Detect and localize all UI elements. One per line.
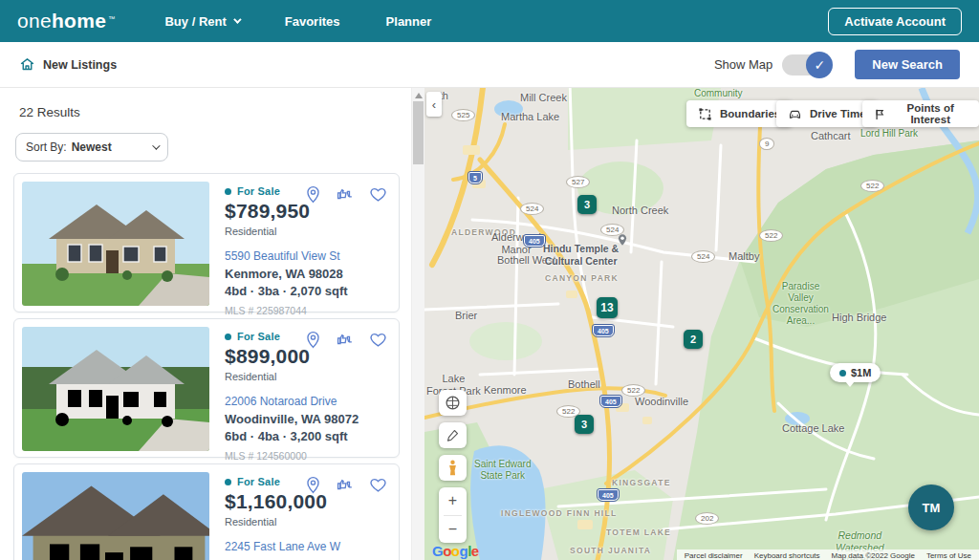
- interstate-shield: 405: [600, 396, 621, 407]
- map-label: INGLEWOOD FINN HILL: [501, 508, 618, 518]
- toggle-knob[interactable]: ✓: [806, 52, 833, 78]
- listing-details: For Sale $1,160,000 Residential 2245 Fas…: [225, 472, 391, 560]
- google-logo[interactable]: Google: [432, 543, 479, 559]
- parcel-disclaimer-link[interactable]: Parcel disclaimer: [685, 551, 743, 560]
- nav-buy-rent-label: Buy / Rent: [164, 14, 226, 29]
- activate-account-button[interactable]: Activate Account: [828, 8, 962, 35]
- map-layers-button[interactable]: [439, 390, 467, 416]
- zoom-out-button[interactable]: −: [439, 516, 467, 544]
- poi-pin-icon: [616, 233, 629, 247]
- check-icon: ✓: [814, 57, 825, 73]
- listing-card[interactable]: For Sale $789,950 Residential 5590 Beaut…: [13, 173, 400, 312]
- content-area: 22 Results Sort By: Newest: [0, 88, 979, 560]
- listing-photo[interactable]: [22, 472, 209, 560]
- pencil-icon: [446, 428, 460, 442]
- google-letter: e: [471, 543, 479, 559]
- map-view[interactable]: orth od Mill Creek Community Martha Lake…: [424, 88, 979, 560]
- listing-details: For Sale $789,950 Residential 5590 Beaut…: [225, 182, 391, 304]
- boundaries-label: Boundaries: [720, 108, 780, 119]
- results-panel: 22 Results Sort By: Newest: [0, 88, 411, 560]
- breadcrumb-label: New Listings: [43, 58, 117, 72]
- zoom-controls: + −: [439, 487, 467, 543]
- onehome-logo[interactable]: onehome™: [17, 10, 115, 32]
- show-map-toggle[interactable]: ✓: [782, 54, 830, 75]
- scroll-up-arrow[interactable]: [415, 93, 423, 98]
- nav-buy-rent[interactable]: Buy / Rent: [164, 14, 238, 29]
- listing-mls: MLS # 124560000: [225, 450, 391, 462]
- sort-value: Newest: [72, 140, 112, 154]
- map-pin-icon[interactable]: [304, 185, 322, 204]
- listing-card[interactable]: For Sale $1,160,000 Residential 2245 Fas…: [13, 463, 400, 560]
- map-cluster-marker[interactable]: 3: [577, 195, 597, 214]
- heart-icon[interactable]: [369, 331, 387, 349]
- listing-details: For Sale $899,000 Residential 22006 Nota…: [225, 327, 391, 449]
- map-pin-icon[interactable]: [304, 331, 322, 349]
- interstate-shield: 5: [468, 172, 482, 183]
- interstate-shield: 405: [593, 325, 614, 336]
- map-label: High Bridge: [832, 312, 886, 324]
- listing-address-link[interactable]: 5590 Beautiful View St: [225, 249, 391, 263]
- listing-address-link[interactable]: 22006 Notaroad Drive: [225, 395, 391, 408]
- zoom-in-button[interactable]: +: [439, 487, 467, 515]
- map-cluster-marker[interactable]: 3: [575, 415, 594, 434]
- map-data-credit: Map data ©2022 Google: [832, 551, 915, 560]
- map-label: KINGSGATE: [612, 478, 671, 487]
- collapse-panel-button[interactable]: ‹: [426, 92, 442, 117]
- thumbs-rate-icon[interactable]: [337, 331, 355, 349]
- nav-planner[interactable]: Planner: [386, 14, 432, 29]
- status-badge: For Sale: [237, 476, 280, 487]
- interstate-shield: 405: [598, 489, 619, 501]
- map-base: [424, 88, 979, 560]
- property-type: Residential: [225, 516, 391, 536]
- breadcrumb[interactable]: New Listings: [19, 56, 117, 73]
- map-label: Saint Edward State Park: [474, 459, 531, 482]
- nav-favorites[interactable]: Favorites: [285, 14, 340, 29]
- map-cluster-marker[interactable]: 13: [597, 297, 618, 318]
- listing-city: Kenmore, WA 98028: [225, 267, 391, 281]
- listing-address-link[interactable]: 2245 Fast Lane Ave W: [225, 540, 391, 553]
- logo-trademark: ™: [108, 15, 115, 22]
- points-of-interest-button[interactable]: Points of Interest: [862, 100, 979, 127]
- draw-button[interactable]: [439, 422, 467, 448]
- status-badge: For Sale: [237, 331, 280, 342]
- points-of-interest-label: Points of Interest: [893, 102, 968, 125]
- map-attribution: Parcel disclaimer Keyboard shortcuts Map…: [677, 549, 979, 560]
- map-cluster-marker[interactable]: 2: [684, 330, 703, 349]
- drive-time-label: Drive Time: [810, 108, 866, 119]
- boundaries-icon: [698, 107, 712, 121]
- keyboard-shortcuts-link[interactable]: Keyboard shortcuts: [754, 551, 820, 560]
- heart-icon[interactable]: [369, 476, 387, 494]
- sort-dropdown[interactable]: Sort By: Newest: [15, 133, 168, 162]
- user-avatar[interactable]: TM: [908, 485, 954, 530]
- heart-icon[interactable]: [369, 185, 387, 204]
- listing-mls: MLS # 225987044: [225, 305, 391, 316]
- scrollbar-thumb[interactable]: [413, 101, 424, 164]
- map-label: Cathcart: [811, 130, 851, 142]
- map-label: Martha Lake: [501, 111, 559, 123]
- sort-label: Sort By:: [26, 140, 67, 154]
- google-letter: o: [443, 543, 451, 559]
- google-letter: G: [432, 543, 443, 559]
- card-actions: [304, 331, 387, 349]
- property-type: Residential: [225, 371, 391, 391]
- logo-home: home: [52, 10, 106, 32]
- new-search-button[interactable]: New Search: [855, 50, 960, 79]
- thumbs-rate-icon[interactable]: [337, 476, 355, 494]
- status-dot: [225, 479, 231, 485]
- card-actions: [304, 476, 387, 494]
- listing-photo[interactable]: [22, 327, 209, 451]
- thumbs-rate-icon[interactable]: [337, 185, 355, 204]
- listing-card[interactable]: For Sale $899,000 Residential 22006 Nota…: [13, 318, 400, 458]
- price-pin[interactable]: $1M: [830, 363, 881, 382]
- map-label: TOTEM LAKE: [606, 528, 671, 537]
- map-pin-icon[interactable]: [304, 476, 322, 494]
- results-scrollbar[interactable]: [411, 88, 424, 560]
- map-label: Cottage Lake: [782, 422, 844, 435]
- map-label: Lord Hill Park: [860, 128, 918, 140]
- main-nav: Buy / Rent Favorites Planner: [164, 14, 431, 29]
- chevron-down-icon: [152, 141, 160, 149]
- listing-photo[interactable]: [22, 182, 209, 306]
- price-pin-dot: [839, 370, 846, 377]
- terms-of-use-link[interactable]: Terms of Use: [926, 551, 971, 560]
- street-view-pegman-button[interactable]: [439, 455, 467, 481]
